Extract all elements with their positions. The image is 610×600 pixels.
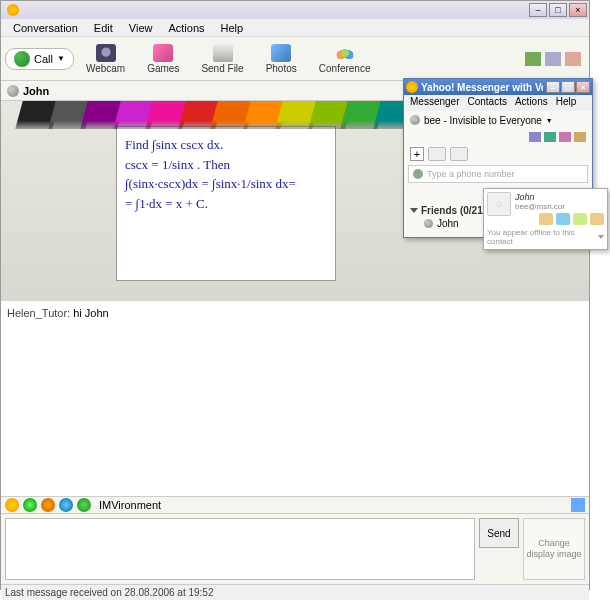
buddy-menu-bar: Messenger Contacts Actions Help: [404, 95, 592, 111]
sendfile-button[interactable]: Send File: [191, 42, 253, 76]
call-icon[interactable]: [556, 213, 570, 225]
menu-actions[interactable]: Actions: [160, 20, 212, 36]
emote-bar: IMVironment: [1, 496, 589, 514]
chatroom-button[interactable]: [450, 147, 468, 161]
send-button[interactable]: Send: [479, 518, 519, 548]
options-icon[interactable]: [565, 52, 581, 66]
menu-help[interactable]: Help: [552, 95, 581, 111]
buddy-action-bar: +: [404, 145, 592, 163]
menu-edit[interactable]: Edit: [86, 20, 121, 36]
menu-view[interactable]: View: [121, 20, 161, 36]
contact-name: John: [23, 85, 49, 97]
display-image-button[interactable]: Change display image: [523, 518, 585, 580]
message-text: hi John: [73, 307, 108, 319]
webcam-button[interactable]: Webcam: [76, 42, 135, 76]
buzz-icon[interactable]: [23, 498, 37, 512]
imvironment-icon[interactable]: [59, 498, 73, 512]
add-contact-button[interactable]: +: [410, 147, 424, 161]
menu-messenger[interactable]: Messenger: [406, 95, 463, 111]
expand-icon: [410, 208, 418, 213]
app-icon: [406, 81, 418, 93]
app-icon: [7, 4, 19, 16]
conference-button[interactable]: Conference: [309, 42, 381, 76]
sms-button[interactable]: [428, 147, 446, 161]
contact-card-popup: ☺ John bee@msn.cor You appear offline to…: [483, 188, 608, 250]
audibles-icon[interactable]: [41, 498, 55, 512]
phone-icon: [413, 169, 423, 179]
games-icon[interactable]: [574, 132, 586, 142]
photos-icon: [271, 44, 291, 62]
message-line: Helen_Tutor: hi John: [7, 307, 583, 319]
minimize-button[interactable]: –: [546, 81, 560, 93]
photos-button[interactable]: Photos: [256, 42, 307, 76]
input-area: Send Change display image: [1, 514, 589, 584]
close-button[interactable]: ×: [576, 81, 590, 93]
menu-contacts[interactable]: Contacts: [463, 95, 510, 111]
card-status-text[interactable]: You appear offline to this contact: [487, 228, 604, 246]
conversation-history: Helen_Tutor: hi John: [1, 301, 589, 496]
card-contact-email: bee@msn.cor: [515, 202, 604, 211]
im-icon[interactable]: [539, 213, 553, 225]
phone-placeholder: Type a phone number: [427, 169, 515, 179]
mail-icon[interactable]: [573, 213, 587, 225]
plugin-icon[interactable]: [77, 498, 91, 512]
addressbook-icon[interactable]: [525, 52, 541, 66]
phone-input[interactable]: Type a phone number: [408, 165, 588, 183]
smiley-icon[interactable]: [5, 498, 19, 512]
close-button[interactable]: ×: [569, 3, 587, 17]
maximize-button[interactable]: □: [549, 3, 567, 17]
message-sender: Helen_Tutor:: [7, 307, 70, 319]
card-contact-name: John: [515, 192, 604, 202]
status-dot-icon: [410, 115, 420, 125]
status-dot-icon: [7, 85, 19, 97]
games-icon: [153, 44, 173, 62]
more-icon[interactable]: [590, 213, 604, 225]
my-status-bar[interactable]: bee - Invisible to Everyone ▼: [404, 111, 592, 129]
menu-bar: Conversation Edit View Actions Help: [1, 19, 589, 37]
calendar-icon[interactable]: [544, 132, 556, 142]
menu-conversation[interactable]: Conversation: [5, 20, 86, 36]
webcam-icon: [96, 44, 116, 62]
avatar: ☺: [487, 192, 511, 216]
my-status-text: bee - Invisible to Everyone: [424, 115, 542, 126]
toolbar: Call ▼ Webcam Games Send File Photos Con…: [1, 37, 589, 81]
conference-icon: [335, 44, 355, 62]
games-button[interactable]: Games: [137, 42, 189, 76]
status-dot-icon: [424, 219, 433, 228]
quick-actions: [404, 129, 592, 145]
radio-icon[interactable]: [559, 132, 571, 142]
font-icon[interactable]: [545, 52, 561, 66]
status-bar: Last message received on 28.08.2006 at 1…: [1, 584, 589, 600]
whiteboard-canvas[interactable]: Find ∫sinx cscx dx. cscx = 1/sinx . Then…: [116, 126, 336, 281]
menu-help[interactable]: Help: [213, 20, 252, 36]
phone-icon: [14, 51, 30, 67]
message-input[interactable]: [5, 518, 475, 580]
dropdown-icon: [598, 235, 604, 239]
menu-actions[interactable]: Actions: [511, 95, 552, 111]
buddy-title-bar[interactable]: Yahoo! Messenger with Voice (BETA) – □ ×: [404, 79, 592, 95]
contact-card-icon[interactable]: [571, 498, 585, 512]
imvironment-label[interactable]: IMVironment: [99, 499, 161, 511]
sendfile-icon: [213, 44, 233, 62]
buddy-title-text: Yahoo! Messenger with Voice (BETA): [421, 82, 543, 93]
maximize-button[interactable]: □: [561, 81, 575, 93]
title-bar[interactable]: – □ ×: [1, 1, 589, 19]
mail-icon[interactable]: [529, 132, 541, 142]
call-button[interactable]: Call ▼: [5, 48, 74, 70]
minimize-button[interactable]: –: [529, 3, 547, 17]
status-text: Last message received on 28.08.2006 at 1…: [5, 587, 213, 598]
